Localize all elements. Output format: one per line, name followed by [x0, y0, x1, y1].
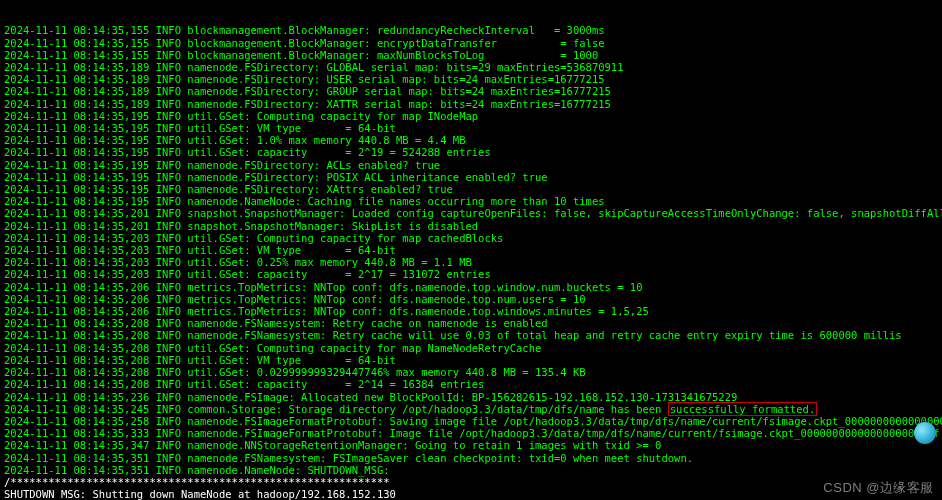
log-line: 2024-11-11 08:14:35,195 INFO util.GSet: …	[4, 110, 938, 122]
log-line: 2024-11-11 08:14:35,236 INFO namenode.FS…	[4, 391, 938, 403]
log-line: 2024-11-11 08:14:35,155 INFO blockmanage…	[4, 24, 938, 36]
log-line: 2024-11-11 08:14:35,195 INFO namenode.FS…	[4, 159, 938, 171]
log-line: 2024-11-11 08:14:35,203 INFO util.GSet: …	[4, 244, 938, 256]
log-line: 2024-11-11 08:14:35,347 INFO namenode.NN…	[4, 439, 938, 451]
log-line: 2024-11-11 08:14:35,155 INFO blockmanage…	[4, 49, 938, 61]
log-line: 2024-11-11 08:14:35,203 INFO util.GSet: …	[4, 256, 938, 268]
log-line: 2024-11-11 08:14:35,195 INFO util.GSet: …	[4, 134, 938, 146]
log-line: 2024-11-11 08:14:35,258 INFO namenode.FS…	[4, 415, 938, 427]
log-line: 2024-11-11 08:14:35,245 INFO common.Stor…	[4, 403, 938, 415]
log-line: 2024-11-11 08:14:35,201 INFO snapshot.Sn…	[4, 220, 938, 232]
log-line: 2024-11-11 08:14:35,208 INFO util.GSet: …	[4, 342, 938, 354]
log-line: 2024-11-11 08:14:35,195 INFO util.GSet: …	[4, 122, 938, 134]
log-line: SHUTDOWN_MSG: Shutting down NameNode at …	[4, 488, 938, 500]
log-line: 2024-11-11 08:14:35,189 INFO namenode.FS…	[4, 73, 938, 85]
highlighted-text: successfully formatted.	[668, 402, 817, 416]
watermark-text: CSDN @边缘客服	[823, 482, 934, 494]
log-line: 2024-11-11 08:14:35,195 INFO namenode.FS…	[4, 183, 938, 195]
log-line: 2024-11-11 08:14:35,208 INFO namenode.FS…	[4, 317, 938, 329]
log-line: 2024-11-11 08:14:35,208 INFO namenode.FS…	[4, 329, 938, 341]
assistant-badge-icon	[914, 422, 936, 444]
log-line: 2024-11-11 08:14:35,195 INFO namenode.FS…	[4, 171, 938, 183]
log-line: 2024-11-11 08:14:35,189 INFO namenode.FS…	[4, 85, 938, 97]
log-line: 2024-11-11 08:14:35,203 INFO util.GSet: …	[4, 232, 938, 244]
terminal-output[interactable]: 2024-11-11 08:14:35,155 INFO blockmanage…	[0, 0, 942, 500]
log-line: 2024-11-11 08:14:35,208 INFO util.GSet: …	[4, 378, 938, 390]
log-lines: 2024-11-11 08:14:35,155 INFO blockmanage…	[4, 24, 938, 500]
log-line: 2024-11-11 08:14:35,206 INFO metrics.Top…	[4, 293, 938, 305]
log-line: 2024-11-11 08:14:35,351 INFO namenode.Na…	[4, 464, 938, 476]
log-line: 2024-11-11 08:14:35,195 INFO namenode.Na…	[4, 195, 938, 207]
log-line: 2024-11-11 08:14:35,206 INFO metrics.Top…	[4, 281, 938, 293]
log-line: 2024-11-11 08:14:35,333 INFO namenode.FS…	[4, 427, 938, 439]
log-line: 2024-11-11 08:14:35,201 INFO snapshot.Sn…	[4, 207, 938, 219]
log-line: 2024-11-11 08:14:35,206 INFO metrics.Top…	[4, 305, 938, 317]
log-line: 2024-11-11 08:14:35,208 INFO util.GSet: …	[4, 366, 938, 378]
log-line: 2024-11-11 08:14:35,155 INFO blockmanage…	[4, 37, 938, 49]
log-line: 2024-11-11 08:14:35,208 INFO util.GSet: …	[4, 354, 938, 366]
log-line: 2024-11-11 08:14:35,203 INFO util.GSet: …	[4, 268, 938, 280]
log-line: 2024-11-11 08:14:35,189 INFO namenode.FS…	[4, 61, 938, 73]
log-line: /***************************************…	[4, 476, 938, 488]
log-line: 2024-11-11 08:14:35,195 INFO util.GSet: …	[4, 146, 938, 158]
log-line: 2024-11-11 08:14:35,351 INFO namenode.FS…	[4, 452, 938, 464]
log-line: 2024-11-11 08:14:35,189 INFO namenode.FS…	[4, 98, 938, 110]
